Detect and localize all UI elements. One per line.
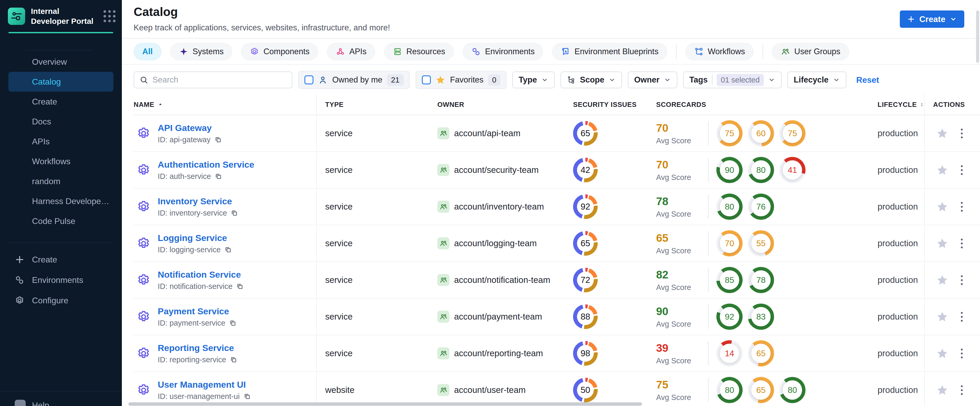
row-menu-kebab-icon[interactable] bbox=[959, 311, 964, 323]
horizontal-scrollbar-thumb[interactable] bbox=[128, 402, 642, 406]
sidebar-item-create[interactable]: Create bbox=[8, 92, 113, 112]
tab-user-groups[interactable]: User Groups bbox=[772, 43, 849, 60]
row-menu-kebab-icon[interactable] bbox=[959, 384, 964, 396]
sidebar-tool-configure[interactable]: Configure bbox=[8, 290, 113, 311]
tab-workflows[interactable]: Workflows bbox=[686, 43, 754, 60]
create-button[interactable]: Create bbox=[900, 11, 964, 28]
copy-icon[interactable] bbox=[236, 282, 244, 290]
favorite-star-icon[interactable] bbox=[936, 274, 948, 286]
tab-apis[interactable]: APIs bbox=[327, 43, 375, 60]
entity-name-link[interactable]: API Gateway bbox=[158, 123, 222, 133]
row-menu-kebab-icon[interactable] bbox=[959, 237, 964, 250]
copy-icon[interactable] bbox=[243, 393, 251, 400]
scorecard-ring[interactable]: 80 bbox=[779, 377, 805, 403]
sidebar-item-catalog[interactable]: Catalog bbox=[8, 72, 113, 92]
scorecard-ring[interactable]: 70 bbox=[716, 230, 743, 257]
lifecycle-dropdown[interactable]: Lifecycle bbox=[788, 71, 846, 88]
tab-systems[interactable]: Systems bbox=[170, 43, 232, 60]
scorecard-ring[interactable]: 60 bbox=[748, 120, 774, 146]
row-menu-kebab-icon[interactable] bbox=[959, 200, 964, 213]
scorecard-ring[interactable]: 80 bbox=[716, 377, 743, 403]
entity-id: ID: inventory-service bbox=[158, 209, 238, 217]
entity-name-link[interactable]: Reporting Service bbox=[158, 343, 237, 353]
favorite-star-icon[interactable] bbox=[936, 347, 948, 359]
scorecard-ring[interactable]: 78 bbox=[748, 267, 774, 293]
owner-name[interactable]: account/logging-team bbox=[454, 238, 537, 248]
scorecard-ring[interactable]: 65 bbox=[748, 340, 774, 366]
app-logo[interactable] bbox=[8, 8, 25, 25]
owned-by-me-checkbox[interactable] bbox=[304, 75, 313, 84]
sidebar-tool-environments[interactable]: Environments bbox=[8, 270, 113, 290]
row-menu-kebab-icon[interactable] bbox=[959, 164, 964, 176]
scorecard-ring[interactable]: 85 bbox=[716, 267, 743, 293]
favorite-star-icon[interactable] bbox=[936, 237, 948, 249]
scorecard-ring[interactable]: 76 bbox=[748, 193, 774, 220]
sidebar-item-workflows[interactable]: Workflows bbox=[8, 151, 113, 171]
owner-name[interactable]: account/api-team bbox=[454, 128, 520, 138]
copy-icon[interactable] bbox=[214, 136, 222, 144]
scorecard-ring[interactable]: 55 bbox=[748, 230, 774, 257]
row-menu-kebab-icon[interactable] bbox=[959, 127, 964, 140]
owner-name[interactable]: account/inventory-team bbox=[454, 202, 544, 212]
entity-name-link[interactable]: Payment Service bbox=[158, 306, 237, 316]
favorites-filter[interactable]: Favorites 0 bbox=[415, 71, 507, 89]
column-header-lifecycle[interactable]: LIFECYCLE bbox=[878, 101, 924, 109]
entity-name-link[interactable]: User Management UI bbox=[158, 379, 251, 390]
copy-icon[interactable] bbox=[215, 173, 222, 180]
copy-icon[interactable] bbox=[230, 356, 237, 363]
row-menu-kebab-icon[interactable] bbox=[959, 274, 964, 287]
reset-filters-button[interactable]: Reset bbox=[856, 75, 879, 85]
sidebar-tool-create[interactable]: Create bbox=[8, 249, 113, 270]
owner-name[interactable]: account/security-team bbox=[454, 165, 539, 175]
scorecard-ring[interactable]: 75 bbox=[779, 120, 805, 146]
scope-dropdown[interactable]: Scope bbox=[560, 71, 622, 88]
favorite-star-icon[interactable] bbox=[936, 384, 948, 396]
entity-name-link[interactable]: Authentication Service bbox=[158, 160, 254, 170]
favorite-star-icon[interactable] bbox=[936, 127, 948, 140]
type-dropdown[interactable]: Type bbox=[512, 71, 555, 88]
owner-name[interactable]: account/user-team bbox=[454, 385, 526, 395]
tab-all[interactable]: All bbox=[134, 43, 161, 60]
scorecard-ring[interactable]: 80 bbox=[716, 193, 743, 220]
sidebar-item-random[interactable]: random bbox=[8, 171, 113, 191]
entity-name-link[interactable]: Logging Service bbox=[158, 233, 232, 243]
sidebar-item-code-pulse[interactable]: Code Pulse bbox=[8, 211, 113, 231]
tags-dropdown[interactable]: Tags 01 selected bbox=[683, 71, 782, 88]
owned-by-me-filter[interactable]: Owned by me 21 bbox=[298, 71, 410, 89]
favorite-star-icon[interactable] bbox=[936, 201, 948, 213]
scorecard-ring[interactable]: 83 bbox=[748, 304, 774, 330]
owner-name[interactable]: account/reporting-team bbox=[454, 348, 543, 358]
copy-icon[interactable] bbox=[224, 246, 232, 254]
app-switcher-icon[interactable] bbox=[103, 10, 116, 22]
sidebar-item-harness-develope[interactable]: Harness Develope… bbox=[8, 191, 113, 211]
row-menu-kebab-icon[interactable] bbox=[959, 347, 964, 360]
scorecard-ring[interactable]: 80 bbox=[748, 157, 774, 183]
owner-name[interactable]: account/notification-team bbox=[454, 275, 550, 285]
scorecard-ring[interactable]: 14 bbox=[716, 340, 743, 366]
tab-environment-blueprints[interactable]: Environment Blueprints bbox=[552, 43, 667, 60]
owner-name[interactable]: account/payment-team bbox=[454, 312, 542, 322]
copy-icon[interactable] bbox=[229, 319, 237, 327]
owner-dropdown[interactable]: Owner bbox=[628, 71, 677, 88]
sidebar-item-help[interactable]: Help bbox=[0, 400, 122, 406]
scorecard-ring[interactable]: 65 bbox=[748, 377, 774, 403]
sidebar-item-apis[interactable]: APIs bbox=[8, 132, 113, 151]
favorite-star-icon[interactable] bbox=[936, 311, 948, 323]
sidebar-item-docs[interactable]: Docs bbox=[8, 112, 113, 132]
search-input[interactable] bbox=[153, 75, 287, 85]
sidebar-item-overview[interactable]: Overview bbox=[8, 52, 113, 72]
scorecard-ring[interactable]: 75 bbox=[716, 120, 743, 146]
vertical-scrollbar-thumb[interactable] bbox=[976, 11, 979, 63]
column-header-name[interactable]: NAME bbox=[134, 95, 317, 115]
favorites-checkbox[interactable] bbox=[422, 75, 431, 84]
scorecard-ring[interactable]: 92 bbox=[716, 304, 743, 330]
copy-icon[interactable] bbox=[231, 209, 238, 217]
favorite-star-icon[interactable] bbox=[936, 164, 948, 176]
tab-resources[interactable]: Resources bbox=[384, 43, 454, 60]
entity-name-link[interactable]: Notification Service bbox=[158, 270, 244, 280]
tab-environments[interactable]: Environments bbox=[463, 43, 544, 60]
entity-name-link[interactable]: Inventory Service bbox=[158, 196, 238, 206]
scorecard-ring[interactable]: 90 bbox=[716, 157, 743, 183]
scorecard-ring[interactable]: 41 bbox=[779, 157, 805, 183]
tab-components[interactable]: Components bbox=[241, 43, 318, 60]
